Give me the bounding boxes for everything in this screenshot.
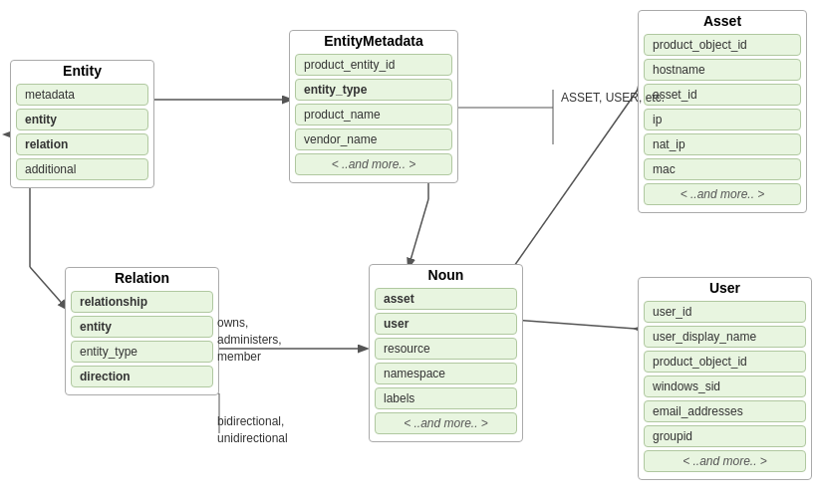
- noun-title: Noun: [370, 265, 522, 285]
- noun-row-namespace: namespace: [375, 363, 517, 384]
- svg-line-7: [498, 90, 638, 289]
- user-row-windows-sid: windows_sid: [644, 376, 806, 397]
- user-row-display-name: user_display_name: [644, 326, 806, 348]
- entity-row-relation: relation: [16, 133, 148, 155]
- entity-metadata-title: EntityMetadata: [290, 31, 457, 51]
- em-row-more: < ..and more.. >: [295, 153, 452, 175]
- entity-row-metadata: metadata: [16, 84, 148, 106]
- asset-row-hostname: hostname: [644, 59, 801, 81]
- noun-row-asset: asset: [375, 288, 517, 310]
- entity-row-additional: additional: [16, 158, 148, 180]
- user-title: User: [639, 278, 811, 298]
- svg-line-2: [30, 267, 67, 309]
- noun-row-user: user: [375, 313, 517, 335]
- relation-title: Relation: [66, 268, 218, 288]
- user-box: User user_id user_display_name product_o…: [638, 277, 812, 480]
- em-row-product-entity-id: product_entity_id: [295, 54, 452, 76]
- entity-box: Entity metadata entity relation addition…: [10, 60, 154, 188]
- em-row-vendor-name: vendor_name: [295, 128, 452, 150]
- user-row-groupid: groupid: [644, 425, 806, 447]
- asset-row-mac: mac: [644, 158, 801, 180]
- entity-row-entity: entity: [16, 109, 148, 130]
- annotation-bidirectional: bidirectional,unidirectional: [217, 413, 288, 447]
- asset-title: Asset: [639, 11, 806, 31]
- asset-row-product-object-id: product_object_id: [644, 34, 801, 56]
- relation-box: Relation relationship entity entity_type…: [65, 267, 219, 395]
- annotation-owns: owns,administers,member: [217, 315, 282, 365]
- entity-metadata-box: EntityMetadata product_entity_id entity_…: [289, 30, 458, 183]
- noun-row-more: < ..and more.. >: [375, 412, 517, 434]
- asset-row-nat-ip: nat_ip: [644, 133, 801, 155]
- asset-row-more: < ..and more.. >: [644, 183, 801, 205]
- relation-row-relationship: relationship: [71, 291, 213, 313]
- asset-box: Asset product_object_id hostname asset_i…: [638, 10, 807, 213]
- entity-title: Entity: [11, 61, 153, 81]
- em-row-entity-type: entity_type: [295, 79, 452, 101]
- asset-row-asset-id: asset_id: [644, 84, 801, 106]
- relation-row-entity: entity: [71, 316, 213, 338]
- relation-row-entity-type: entity_type: [71, 341, 213, 363]
- annotation-entity-type: ASSET, USER, etc.: [561, 90, 665, 107]
- user-row-product-object-id: product_object_id: [644, 351, 806, 373]
- noun-row-labels: labels: [375, 387, 517, 409]
- relation-row-direction: direction: [71, 366, 213, 387]
- asset-row-ip: ip: [644, 109, 801, 130]
- user-row-email: email_addresses: [644, 400, 806, 422]
- noun-box: Noun asset user resource namespace label…: [369, 264, 523, 442]
- user-row-more: < ..and more.. >: [644, 450, 806, 472]
- user-row-user-id: user_id: [644, 301, 806, 323]
- noun-row-resource: resource: [375, 338, 517, 360]
- svg-line-4: [409, 199, 428, 267]
- diagram: Entity metadata entity relation addition…: [0, 0, 820, 504]
- em-row-product-name: product_name: [295, 104, 452, 126]
